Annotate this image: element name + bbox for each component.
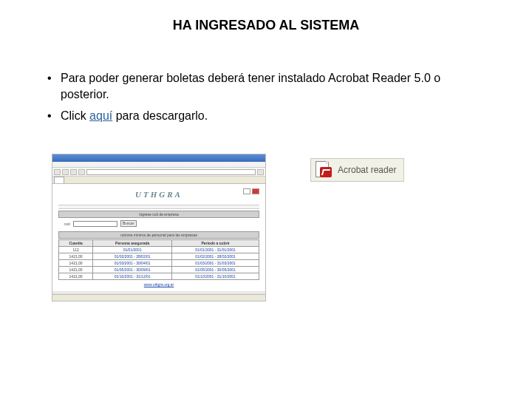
search-button: Buscar — [120, 220, 137, 227]
page-title: HA INGRESADO AL SISTEMA — [44, 18, 488, 33]
th-1: Persona asegurada — [93, 240, 172, 247]
table-row: 112 01/01/2001 01/01/2001 - 31/01/2001 — [59, 247, 259, 253]
divider — [58, 205, 259, 209]
thumb-1 — [243, 188, 250, 194]
footer-link: www.uthgra.org.ar — [58, 282, 259, 287]
td: 01/01/2001 — [93, 247, 172, 253]
search-input — [73, 221, 117, 227]
home-icon — [78, 169, 85, 175]
td: 01/10/2001 - 31/12/01 — [93, 273, 172, 280]
logo-row: UTHGRA — [58, 187, 259, 203]
bullet-list: Para poder generar boletas deberá tener … — [44, 70, 488, 124]
td: 01/10/2001 - 31/10/2001 — [172, 273, 259, 280]
nav-forward-icon — [62, 169, 69, 175]
panel-header-2: nómina mínima de personal para las empre… — [58, 231, 259, 239]
table-row: 1421,00 01/10/2001 - 31/12/01 01/10/2001… — [59, 273, 259, 280]
brand-logo: UTHGRA — [135, 190, 183, 199]
toolbar — [52, 168, 265, 177]
search-row: cuit Buscar — [58, 218, 259, 229]
tab-bar — [52, 177, 265, 184]
pdf-icon — [316, 161, 332, 179]
browser-tab — [54, 177, 64, 183]
figures-row: UTHGRA Ingrese cuit de empresa cuit Busc… — [44, 154, 488, 301]
td: 01/02/2001 - 28/02/01 — [93, 253, 172, 260]
acrobat-button[interactable]: Acrobat reader — [310, 158, 404, 182]
td: 01/02/2001 - 28/02/2001 — [172, 253, 259, 260]
table-row: 1421,00 01/02/2001 - 28/02/01 01/02/2001… — [59, 253, 259, 260]
nav-back-icon — [54, 169, 61, 175]
table-body: 112 01/01/2001 01/01/2001 - 31/01/2001 1… — [59, 247, 259, 280]
panel-header-1: Ingrese cuit de empresa — [58, 211, 259, 218]
thumb-2 — [252, 188, 259, 194]
bullet-text-2-prefix: Click — [61, 109, 89, 122]
table-row: 1421,00 01/03/2001 - 30/04/01 01/03/2001… — [59, 260, 259, 267]
search-label: cuit — [64, 222, 70, 226]
browser-screenshot: UTHGRA Ingrese cuit de empresa cuit Busc… — [52, 154, 266, 301]
go-icon — [257, 169, 264, 175]
refresh-icon — [70, 169, 77, 175]
page-content: UTHGRA Ingrese cuit de empresa cuit Busc… — [52, 184, 265, 291]
td: 1421,00 — [59, 260, 93, 267]
td: 112 — [59, 247, 93, 253]
bullet-item-1: Para poder generar boletas deberá tener … — [44, 70, 488, 103]
table-header-row: Cuantía Persona asegurada Periodo a cubr… — [59, 240, 259, 247]
status-bar — [52, 294, 265, 301]
bullet-text-1: Para poder generar boletas deberá tener … — [61, 72, 440, 100]
bullet-item-2: Click aquí para descargarlo. — [44, 108, 488, 124]
th-2: Periodo a cubrir — [172, 240, 259, 247]
titlebar — [52, 154, 265, 162]
download-link[interactable]: aquí — [89, 109, 112, 122]
flag-thumbs — [243, 188, 259, 194]
acrobat-label: Acrobat reader — [338, 165, 396, 175]
th-0: Cuantía — [59, 240, 93, 247]
td: 1421,00 — [59, 253, 93, 260]
td: 01/03/2001 - 31/03/2001 — [172, 260, 259, 267]
slide: HA INGRESADO AL SISTEMA Para poder gener… — [0, 0, 532, 399]
td: 01/05/2001 - 30/09/01 — [93, 267, 172, 273]
td: 01/01/2001 - 31/01/2001 — [172, 247, 259, 253]
td: 1421,00 — [59, 273, 93, 280]
td: 01/03/2001 - 30/04/01 — [93, 260, 172, 267]
data-table: Cuantía Persona asegurada Periodo a cubr… — [58, 239, 259, 280]
bullet-text-2-suffix: para descargarlo. — [112, 109, 208, 122]
td: 01/05/2001 - 30/05/2001 — [172, 267, 259, 273]
td: 1421,00 — [59, 267, 93, 273]
address-bar — [86, 169, 256, 175]
table-row: 1421,00 01/05/2001 - 30/09/01 01/05/2001… — [59, 267, 259, 273]
menubar — [52, 162, 265, 168]
